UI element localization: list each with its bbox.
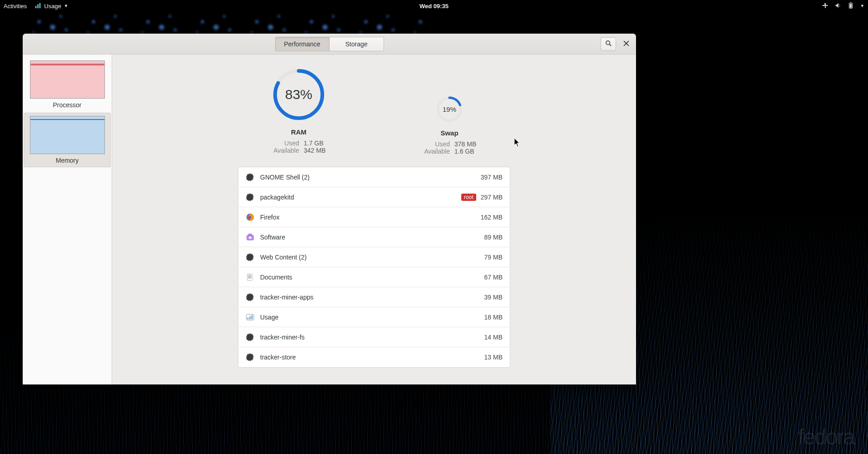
process-memory-value: 14 MB: [484, 334, 503, 341]
process-name: GNOME Shell (2): [260, 174, 481, 181]
app-menu[interactable]: Usage ▼: [35, 2, 68, 10]
clock[interactable]: Wed 09:35: [419, 3, 449, 10]
svg-line-7: [609, 44, 611, 46]
process-row[interactable]: Firefox162 MB: [238, 207, 510, 227]
gear-icon: [246, 293, 255, 302]
view-switcher: Performance Storage: [275, 37, 384, 51]
ram-title: RAM: [269, 128, 329, 136]
process-row[interactable]: Documents67 MB: [238, 267, 510, 287]
activities-button[interactable]: Activities: [4, 3, 27, 10]
swap-gauge: 19% Swap Used378 MB Available1.6 GB: [419, 67, 479, 155]
svg-rect-26: [252, 315, 253, 319]
process-name: tracker-miner-apps: [260, 294, 484, 301]
label-used: Used: [269, 140, 299, 147]
process-row[interactable]: Web Content (2)79 MB: [238, 247, 510, 267]
chevron-down-icon: ▼: [860, 4, 864, 8]
svg-rect-1: [38, 4, 39, 8]
software-icon: [246, 233, 255, 242]
headerbar: Performance Storage: [23, 34, 636, 55]
process-name: Usage: [260, 314, 484, 321]
chevron-down-icon: ▼: [64, 4, 68, 8]
process-memory-value: 39 MB: [484, 294, 503, 301]
ram-gauge: 83% RAM Used1.7 GB Available342 MB: [269, 67, 329, 155]
process-row[interactable]: tracker-miner-fs14 MB: [238, 327, 510, 347]
process-memory-value: 162 MB: [481, 214, 503, 221]
network-icon: [822, 2, 829, 10]
swap-title: Swap: [419, 129, 479, 137]
usage-window: Performance Storage Processor Memory: [23, 34, 636, 384]
ram-available-value: 342 MB: [304, 147, 329, 154]
main-panel: 83% RAM Used1.7 GB Available342 MB: [112, 55, 636, 384]
process-row[interactable]: packagekitdroot297 MB: [238, 187, 510, 207]
process-row[interactable]: tracker-store13 MB: [238, 347, 510, 367]
svg-rect-25: [249, 316, 251, 319]
process-memory-value: 79 MB: [484, 254, 503, 261]
tab-performance[interactable]: Performance: [275, 37, 330, 51]
gnome-topbar: Activities Usage ▼ Wed 09:35 ▼: [0, 0, 868, 12]
process-memory-value: 67 MB: [484, 274, 503, 281]
process-memory-value: 89 MB: [484, 234, 503, 241]
ram-used-value: 1.7 GB: [304, 140, 329, 147]
app-menu-label: Usage: [44, 3, 61, 10]
sidebar: Processor Memory: [23, 55, 112, 384]
svg-rect-22: [248, 278, 251, 278]
process-row[interactable]: tracker-miner-apps39 MB: [238, 287, 510, 307]
process-list: GNOME Shell (2)397 MBpackagekitdroot297 …: [238, 167, 510, 368]
svg-rect-16: [248, 234, 252, 235]
svg-point-17: [249, 236, 251, 239]
process-memory-value: 397 MB: [481, 174, 503, 181]
sidebar-item-memory[interactable]: Memory: [24, 113, 111, 167]
process-name: tracker-miner-fs: [260, 334, 484, 341]
swap-used-value: 378 MB: [454, 140, 479, 148]
svg-point-6: [606, 40, 609, 44]
gear-icon: [246, 173, 255, 182]
ram-percent: 83%: [271, 67, 326, 122]
volume-icon: [835, 2, 841, 10]
gear-icon: [246, 193, 255, 202]
svg-rect-19: [248, 275, 252, 275]
svg-rect-2: [39, 3, 41, 8]
mouse-cursor: [514, 138, 521, 147]
process-name: tracker-store: [260, 354, 484, 361]
process-row[interactable]: Software89 MB: [238, 227, 510, 247]
sidebar-item-processor[interactable]: Processor: [24, 57, 111, 112]
gear-icon: [246, 353, 255, 362]
usage-icon: [246, 313, 255, 322]
window-close-button[interactable]: [620, 38, 632, 50]
svg-rect-24: [247, 317, 249, 319]
battery-icon: [848, 2, 854, 10]
svg-rect-21: [248, 277, 252, 278]
label-available: Available: [419, 148, 450, 155]
usage-app-icon: [35, 2, 41, 10]
search-icon: [605, 40, 612, 48]
process-row[interactable]: GNOME Shell (2)397 MB: [238, 167, 510, 187]
label-used: Used: [419, 140, 450, 148]
system-status-area[interactable]: ▼: [822, 2, 864, 10]
process-name: Web Content (2): [260, 254, 484, 261]
sidebar-item-label: Processor: [27, 101, 108, 109]
tab-storage[interactable]: Storage: [330, 37, 384, 51]
process-name: Firefox: [260, 214, 481, 221]
memory-thumbnail: [30, 116, 105, 154]
process-memory-value: 18 MB: [484, 314, 503, 321]
process-memory-value: 13 MB: [484, 354, 503, 361]
search-button[interactable]: [601, 37, 616, 51]
process-name: packagekitd: [260, 194, 461, 201]
root-tag: root: [461, 194, 476, 201]
documents-icon: [246, 273, 255, 282]
process-name: Software: [260, 234, 484, 241]
process-row[interactable]: Usage18 MB: [238, 307, 510, 327]
gear-icon: [246, 333, 255, 342]
close-icon: [623, 40, 629, 48]
label-available: Available: [269, 147, 299, 154]
firefox-icon: [246, 213, 255, 222]
distro-logo: fedora: [798, 424, 854, 449]
svg-rect-0: [35, 5, 37, 8]
sidebar-item-label: Memory: [27, 157, 108, 164]
swap-percent: 19%: [436, 95, 463, 123]
svg-rect-20: [248, 276, 252, 277]
gear-icon: [246, 253, 255, 262]
svg-rect-4: [850, 2, 852, 3]
cpu-thumbnail: [30, 60, 105, 99]
swap-available-value: 1.6 GB: [454, 148, 479, 155]
